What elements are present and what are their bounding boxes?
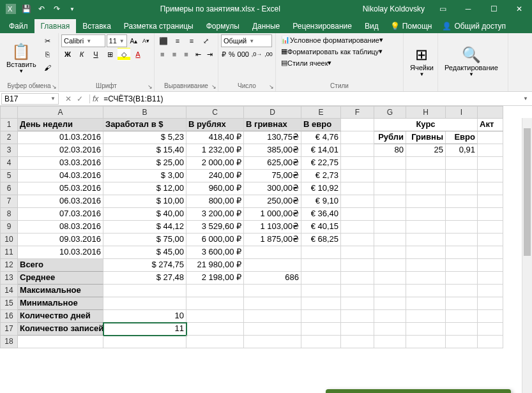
cell[interactable]: Гривны xyxy=(406,131,446,144)
align-launcher-icon[interactable]: ↘ xyxy=(211,84,217,90)
cell[interactable]: Акт xyxy=(478,119,503,131)
cell[interactable]: $ 274,75 xyxy=(103,259,186,272)
cell[interactable] xyxy=(446,285,478,297)
cell[interactable] xyxy=(446,246,478,259)
cell[interactable]: Заработал в $ xyxy=(103,119,186,131)
cut-icon[interactable]: ✂ xyxy=(42,34,54,47)
number-launcher-icon[interactable]: ↘ xyxy=(269,84,274,90)
cell[interactable]: € 40,15 xyxy=(301,221,341,234)
cell[interactable] xyxy=(478,208,503,221)
cell[interactable]: 625,00₴ xyxy=(244,157,301,170)
cell[interactable]: 3 200,00 ₽ xyxy=(186,208,244,221)
tab-file[interactable]: Файл xyxy=(3,19,34,33)
cell[interactable] xyxy=(446,297,478,310)
cell[interactable] xyxy=(244,259,301,272)
cell[interactable] xyxy=(446,336,478,348)
row-header[interactable]: 12 xyxy=(0,259,18,272)
row-header[interactable]: 1 xyxy=(0,119,18,131)
cell[interactable] xyxy=(406,272,446,285)
cell[interactable] xyxy=(301,272,341,285)
cell[interactable]: $ 12,00 xyxy=(103,182,186,195)
cell[interactable]: 21 980,00 ₽ xyxy=(186,259,244,272)
cell[interactable] xyxy=(374,285,406,297)
cell[interactable] xyxy=(374,310,406,323)
cell[interactable]: $ 44,12 xyxy=(103,221,186,234)
orientation-icon[interactable]: ⤢ xyxy=(199,34,212,47)
cell[interactable]: 09.03.2016 xyxy=(18,234,103,246)
cell[interactable]: $ 25,00 xyxy=(103,157,186,170)
cell[interactable]: $ 40,00 xyxy=(103,208,186,221)
row-header[interactable]: 16 xyxy=(0,310,18,323)
cell[interactable]: Рубли xyxy=(374,131,406,144)
cell[interactable]: 10.03.2016 xyxy=(18,246,103,259)
cell[interactable] xyxy=(301,285,341,297)
cell[interactable]: 0,91 xyxy=(446,144,478,157)
cell[interactable]: 3 529,60 ₽ xyxy=(186,221,244,234)
format-as-table-button[interactable]: ▦ Форматировать как таблицу ▾ xyxy=(278,46,400,57)
cell[interactable] xyxy=(374,234,406,246)
cell[interactable] xyxy=(301,246,341,259)
ribbon-options-icon[interactable]: ▭ xyxy=(430,0,455,18)
cell[interactable]: 2 000,00 ₽ xyxy=(186,157,244,170)
enter-formula-icon[interactable]: ✓ xyxy=(77,94,83,103)
cancel-formula-icon[interactable]: ✕ xyxy=(65,94,72,103)
cell[interactable]: 300,00₴ xyxy=(244,182,301,195)
cell[interactable] xyxy=(478,246,503,259)
comma-icon[interactable]: 000 xyxy=(237,48,250,61)
formula-expand-icon[interactable]: ▼ xyxy=(523,96,532,101)
cell[interactable] xyxy=(374,336,406,348)
cell[interactable]: 25 xyxy=(406,144,446,157)
cell[interactable] xyxy=(446,259,478,272)
cell[interactable]: 75,00₴ xyxy=(244,170,301,182)
cell[interactable]: 250,00₴ xyxy=(244,195,301,208)
close-icon[interactable]: ✕ xyxy=(506,0,532,18)
cell[interactable] xyxy=(374,221,406,234)
cell[interactable] xyxy=(406,170,446,182)
align-bottom-icon[interactable]: ≡ xyxy=(185,34,198,47)
scroll-thumb[interactable] xyxy=(524,128,531,256)
cell[interactable]: $ 75,00 xyxy=(103,234,186,246)
tell-me[interactable]: 💡Помощн xyxy=(385,19,437,33)
fill-color-icon[interactable]: ◇ xyxy=(118,48,130,61)
cell[interactable]: 07.03.2016 xyxy=(18,208,103,221)
row-header[interactable]: 6 xyxy=(0,182,18,195)
cell[interactable] xyxy=(406,195,446,208)
cell[interactable]: € 22,75 xyxy=(301,157,341,170)
editing-button[interactable]: 🔍Редактирование▼ xyxy=(441,34,502,89)
copy-icon[interactable]: ⎘ xyxy=(42,48,54,61)
cell[interactable] xyxy=(341,144,374,157)
cell[interactable] xyxy=(374,208,406,221)
cell[interactable] xyxy=(406,182,446,195)
cell[interactable] xyxy=(103,297,186,310)
cell[interactable] xyxy=(244,246,301,259)
cell[interactable]: 686 xyxy=(244,272,301,285)
increase-decimal-icon[interactable]: ,0→ xyxy=(251,48,263,61)
qat-dropdown-icon[interactable]: ▼ xyxy=(65,2,79,16)
cell[interactable] xyxy=(406,157,446,170)
cell[interactable] xyxy=(374,272,406,285)
cell[interactable] xyxy=(478,131,503,144)
undo-icon[interactable]: ↶ xyxy=(34,2,49,16)
cell[interactable]: $ 10,00 xyxy=(103,195,186,208)
cell[interactable] xyxy=(478,336,503,348)
decrease-indent-icon[interactable]: ⇤ xyxy=(193,48,204,61)
row-header[interactable]: 3 xyxy=(0,144,18,157)
cell[interactable] xyxy=(478,285,503,297)
align-top-icon[interactable]: ⬛ xyxy=(157,34,170,47)
cell[interactable] xyxy=(301,323,341,336)
cell[interactable] xyxy=(478,310,503,323)
cell[interactable] xyxy=(478,144,503,157)
underline-button[interactable]: Ч xyxy=(89,48,102,61)
cell[interactable] xyxy=(341,195,374,208)
cell[interactable] xyxy=(186,310,244,323)
select-all-corner[interactable] xyxy=(0,106,18,119)
cell[interactable]: 2 198,00 ₽ xyxy=(186,272,244,285)
font-color-icon[interactable]: A xyxy=(132,48,144,61)
cell[interactable] xyxy=(406,234,446,246)
share-button[interactable]: 👤Общий доступ xyxy=(437,19,511,33)
row-header[interactable]: 4 xyxy=(0,157,18,170)
tab-formulas[interactable]: Формулы xyxy=(200,19,246,33)
cell[interactable] xyxy=(446,310,478,323)
cell[interactable] xyxy=(341,221,374,234)
align-center-icon[interactable]: ≡ xyxy=(169,48,180,61)
